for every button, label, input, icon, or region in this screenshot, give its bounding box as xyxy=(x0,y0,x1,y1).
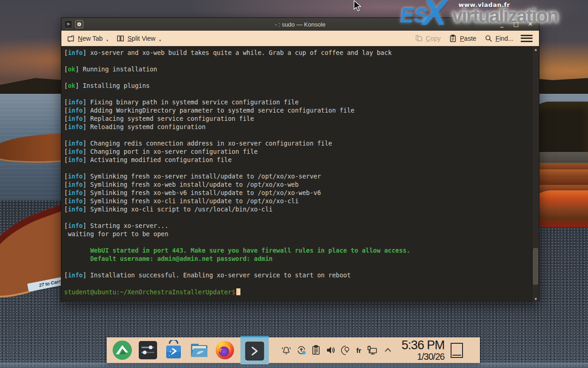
wallpaper-shore-line xyxy=(0,363,588,368)
hamburger-menu-button[interactable] xyxy=(521,34,533,43)
paste-button[interactable]: Paste xyxy=(446,32,479,45)
software-updates-icon[interactable] xyxy=(296,345,307,356)
taskbar-panel: fr 5:36 PM 1/30/26 xyxy=(107,337,480,363)
volume-icon[interactable] xyxy=(325,345,336,356)
close-button[interactable]: ✕ xyxy=(526,20,534,28)
split-view-icon xyxy=(116,34,125,43)
find-button[interactable]: Find... xyxy=(482,32,516,45)
application-launcher-icon xyxy=(112,340,132,360)
discover-icon xyxy=(163,340,184,360)
scrollbar[interactable]: ▲ ▼ xyxy=(532,47,539,302)
scrollbar-thumb[interactable] xyxy=(533,248,538,285)
new-tab-caret[interactable]: ▾ xyxy=(106,38,108,43)
system-settings-button[interactable] xyxy=(138,340,158,360)
keyboard-layout-indicator[interactable]: fr xyxy=(355,346,362,354)
window-title: - : sudo — Konsole xyxy=(61,21,539,28)
copy-button[interactable]: Copy xyxy=(412,32,444,45)
terminal-area[interactable]: [info] xo-server and xo-web build takes … xyxy=(61,46,539,302)
scroll-down-arrow[interactable]: ▼ xyxy=(532,296,539,302)
split-view-button[interactable]: Split View ▾ xyxy=(114,32,163,45)
find-label: Find... xyxy=(495,35,513,42)
copy-icon xyxy=(415,34,423,43)
notifications-icon[interactable] xyxy=(281,345,292,356)
terminal-cursor xyxy=(236,288,240,295)
titlebar[interactable]: > - : sudo — Konsole _ □ ✕ xyxy=(61,18,539,31)
dolphin-icon xyxy=(189,340,209,360)
konsole-window: > - : sudo — Konsole _ □ ✕ New Tab ▾ Spl… xyxy=(61,17,539,302)
system-settings-icon xyxy=(138,340,158,360)
application-launcher-button[interactable] xyxy=(112,340,132,360)
network-icon[interactable] xyxy=(366,345,378,356)
firefox-icon xyxy=(215,340,235,360)
minimize-button[interactable]: _ xyxy=(498,20,506,28)
maximize-button[interactable]: □ xyxy=(512,20,520,28)
terminal-output[interactable]: [info] xo-server and xo-web build takes … xyxy=(64,49,530,296)
copy-label: Copy xyxy=(426,35,441,42)
expand-tray-chevron-icon[interactable] xyxy=(382,345,393,356)
dolphin-file-manager-button[interactable] xyxy=(189,340,209,360)
paste-label: Paste xyxy=(460,35,476,42)
search-icon xyxy=(485,34,493,43)
split-view-caret[interactable]: ▾ xyxy=(159,38,161,43)
clipboard-icon[interactable] xyxy=(311,345,321,356)
show-desktop-button[interactable] xyxy=(451,343,463,358)
terminal-window-icon: > xyxy=(64,20,72,28)
toolbar: New Tab ▾ Split View ▾ Copy Paste xyxy=(61,31,539,46)
clock-date: 1/30/26 xyxy=(402,352,445,361)
night-color-icon[interactable] xyxy=(340,345,351,356)
konsole-app-icon xyxy=(75,20,83,28)
konsole-task-active[interactable] xyxy=(240,336,269,364)
konsole-icon xyxy=(245,341,265,361)
firefox-button[interactable] xyxy=(215,340,235,360)
digital-clock[interactable]: 5:36 PM 1/30/26 xyxy=(402,339,445,361)
paste-icon xyxy=(449,34,457,43)
new-tab-icon xyxy=(67,34,75,43)
split-view-label: Split View xyxy=(127,35,155,42)
wallpaper-boat-stack xyxy=(533,163,588,192)
scroll-up-arrow[interactable]: ▲ xyxy=(532,47,539,53)
new-tab-button[interactable]: New Tab ▾ xyxy=(64,32,111,45)
clock-time: 5:36 PM xyxy=(402,339,445,352)
discover-button[interactable] xyxy=(163,340,184,360)
new-tab-label: New Tab xyxy=(78,35,103,42)
